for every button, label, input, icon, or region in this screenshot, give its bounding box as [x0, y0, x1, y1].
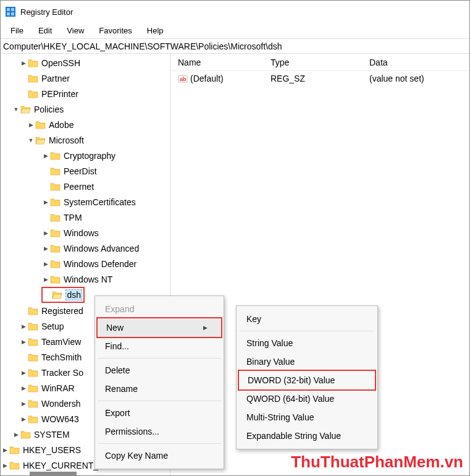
folder-open-icon: [20, 104, 31, 115]
tree-item-dsh[interactable]: ·dsh: [44, 288, 82, 302]
app-icon: [6, 7, 15, 17]
separator: [98, 401, 221, 401]
folder-icon: [28, 352, 39, 363]
folder-icon: [50, 274, 61, 285]
menu-favorites[interactable]: Favorites: [93, 25, 138, 36]
folder-icon: [50, 181, 61, 192]
separator: [239, 331, 375, 331]
tree-item-windows-nt[interactable]: ▶Windows NT: [1, 271, 170, 287]
folder-icon: [50, 212, 61, 223]
ctx-new-string[interactable]: String Value: [238, 334, 376, 352]
ctx-new-binary[interactable]: Binary Value: [238, 352, 376, 371]
tree-item-microsoft[interactable]: ▼Microsoft: [1, 132, 170, 148]
folder-icon: [28, 367, 39, 378]
ctx-new-expandable-string[interactable]: Expandable String Value: [238, 427, 376, 445]
col-header-type[interactable]: Type: [263, 57, 362, 67]
folder-open-icon: [35, 135, 46, 146]
ctx-export[interactable]: Export: [96, 404, 222, 422]
tree-item-peernet[interactable]: ·Peernet: [1, 179, 170, 194]
titlebar: Registry Editor: [1, 1, 469, 23]
highlight-dsh: ·dsh: [41, 287, 85, 303]
folder-open-icon: [52, 289, 63, 300]
folder-icon: [9, 444, 20, 456]
tree-item-windows-defender[interactable]: ▶Windows Defender: [1, 256, 170, 271]
ctx-new-dword[interactable]: DWORD (32-bit) Value: [239, 371, 375, 389]
folder-icon: [28, 414, 39, 425]
ctx-new-qword[interactable]: QWORD (64-bit) Value: [238, 389, 376, 408]
tree-item-windows-advanced[interactable]: ▶Windows Advanced: [1, 240, 170, 256]
tree-item-tpm[interactable]: ·TPM: [1, 210, 170, 225]
context-menu: Expand New▶ Find... Delete Rename Export…: [94, 295, 224, 469]
cell-type: REG_SZ: [271, 74, 305, 83]
watermark: ThuThuatPhanMem.vn: [291, 453, 463, 472]
folder-icon: [28, 57, 39, 69]
tree-item-windows[interactable]: ▶Windows: [1, 225, 170, 240]
folder-icon: [28, 73, 39, 84]
window-title: Registry Editor: [20, 7, 73, 17]
address-text: Computer\HKEY_LOCAL_MACHINE\SOFTWARE\Pol…: [3, 41, 282, 51]
string-value-icon: [178, 74, 188, 83]
folder-icon: [28, 336, 39, 347]
tree-item-cryptography[interactable]: ▶Cryptography: [1, 148, 170, 163]
ctx-delete[interactable]: Delete: [96, 361, 222, 380]
scrollbar-thumb[interactable]: [30, 472, 77, 476]
ctx-rename[interactable]: Rename: [96, 380, 222, 398]
highlight-new: New▶: [96, 317, 222, 338]
tree-item-openssh[interactable]: ▶OpenSSH: [1, 55, 170, 70]
menu-edit[interactable]: Edit: [32, 25, 58, 36]
list-header: Name Type Data: [170, 54, 469, 71]
separator: [98, 358, 221, 359]
tree-item-peerdist[interactable]: ·PeerDist: [1, 163, 170, 179]
ctx-copy-key-name[interactable]: Copy Key Name: [96, 446, 222, 465]
ctx-expand: Expand: [96, 300, 222, 318]
folder-icon: [28, 305, 39, 317]
col-header-name[interactable]: Name: [170, 57, 263, 67]
tree-item-partner[interactable]: ·Partner: [1, 70, 170, 86]
menubar: File Edit View Favorites Help: [1, 23, 469, 39]
tree-item-peprinter[interactable]: ·PEPrinter: [1, 86, 170, 101]
ctx-new[interactable]: New▶: [98, 318, 221, 337]
ctx-new-key[interactable]: Key: [238, 310, 376, 328]
ctx-find[interactable]: Find...: [96, 337, 222, 355]
folder-icon: [28, 321, 39, 332]
folder-icon: [50, 243, 61, 254]
cell-name: (Default): [190, 74, 224, 83]
folder-icon: [9, 460, 20, 471]
chevron-down-icon[interactable]: ▼: [12, 106, 20, 113]
folder-icon: [50, 166, 61, 177]
highlight-dword: DWORD (32-bit) Value: [238, 370, 376, 391]
ctx-new-multi-string[interactable]: Multi-String Value: [238, 408, 376, 427]
folder-icon: [28, 398, 39, 409]
folder-icon: [28, 88, 39, 100]
ctx-permissions[interactable]: Permissions...: [96, 422, 222, 441]
folder-icon: [50, 227, 61, 239]
address-bar[interactable]: Computer\HKEY_LOCAL_MACHINE\SOFTWARE\Pol…: [1, 39, 469, 54]
folder-icon: [35, 119, 46, 130]
tree-item-systemcertificates[interactable]: ▶SystemCertificates: [1, 194, 170, 210]
cell-data: (value not set): [369, 74, 424, 83]
chevron-down-icon[interactable]: ▼: [27, 137, 35, 143]
folder-icon: [50, 197, 61, 208]
menu-view[interactable]: View: [61, 25, 90, 36]
col-header-data[interactable]: Data: [362, 57, 469, 67]
tree-item-policies[interactable]: ▼Policies: [1, 101, 170, 117]
submenu-arrow-icon: ▶: [203, 325, 208, 331]
folder-icon: [50, 150, 61, 161]
folder-icon: [50, 258, 61, 270]
context-submenu-new: Key String Value Binary Value DWORD (32-…: [236, 305, 378, 449]
list-row[interactable]: (Default) REG_SZ (value not set): [170, 71, 469, 86]
tree-item-adobe[interactable]: ▶Adobe: [1, 117, 170, 132]
folder-icon: [20, 429, 31, 440]
separator: [98, 443, 221, 444]
menu-file[interactable]: File: [4, 25, 30, 36]
menu-help[interactable]: Help: [141, 25, 170, 36]
folder-icon: [28, 383, 39, 394]
